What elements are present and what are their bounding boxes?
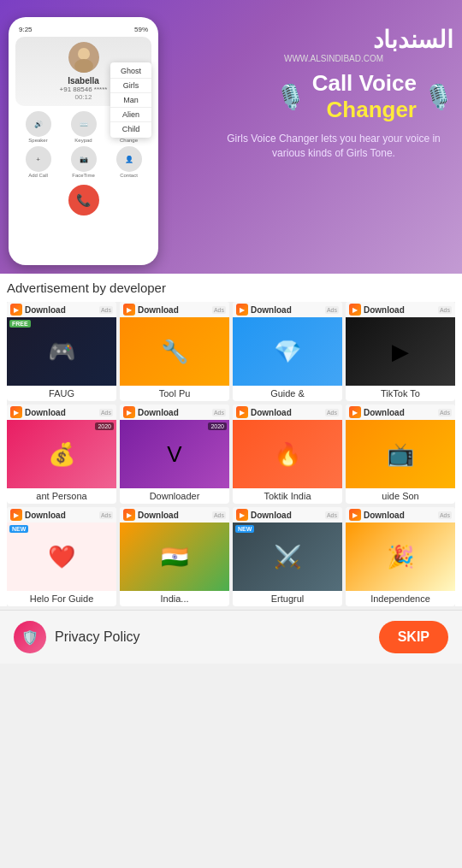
phone-signal: 59% xyxy=(134,26,148,33)
app-card-0[interactable]: ▶ Download Ads FREE 🎮 FAUG xyxy=(7,302,116,401)
app-image: 🔥 xyxy=(233,420,342,488)
hero-section: 9:25 59% Isabella +91 88546 ***** 00:12 … xyxy=(0,0,462,274)
app-title-text: Call Voice Changer xyxy=(312,70,417,123)
download-label: Download xyxy=(25,511,97,520)
app-card-11[interactable]: ▶ Download Ads 🎉 Independence xyxy=(346,507,455,606)
app-card-header: ▶ Download Ads xyxy=(120,507,229,523)
keypad-btn[interactable]: ⌨️ Keypad xyxy=(71,111,97,143)
app-title-area: 🎙️ Call Voice Changer 🎙️ xyxy=(214,70,453,123)
download-label: Download xyxy=(25,305,97,315)
app-card-header: ▶ Download Ads xyxy=(120,302,229,317)
phone-time: 9:25 xyxy=(19,26,33,33)
dropdown-girls[interactable]: Girls xyxy=(110,79,151,93)
playstore-icon: ▶ xyxy=(236,304,248,316)
footer: 🛡️ Privacy Policy SKIP xyxy=(0,610,462,664)
ads-badge: Ads xyxy=(325,409,339,416)
title-changer: Changer xyxy=(312,97,417,123)
ads-badge: Ads xyxy=(438,306,452,314)
dropdown-alien[interactable]: Alien xyxy=(110,108,151,122)
app-image: FREE 🎮 xyxy=(7,317,116,386)
app-card-header: ▶ Download Ads xyxy=(7,507,116,523)
advertisement-section: Advertisement by developer ▶ Download Ad… xyxy=(0,274,462,606)
app-image: 2020 💰 xyxy=(7,420,116,488)
app-icon: 💎 xyxy=(274,339,301,365)
app-image: 🎉 xyxy=(346,523,455,591)
app-icon: 🔥 xyxy=(274,441,301,468)
playstore-icon: ▶ xyxy=(349,406,361,418)
website-url: WWW.ALSINDIBAD.COM xyxy=(214,54,453,63)
contact-btn[interactable]: 👤 Contact xyxy=(116,146,142,178)
app-card-9[interactable]: ▶ Download Ads 🇮🇳 India... xyxy=(120,507,229,606)
playstore-icon: ▶ xyxy=(10,509,22,521)
app-card-6[interactable]: ▶ Download Ads 🔥 Toktik India xyxy=(233,404,342,504)
app-name: Tool Pu xyxy=(120,386,229,401)
speaker-btn[interactable]: 🔊 Speaker xyxy=(26,111,51,143)
app-icon: 📺 xyxy=(387,441,414,468)
voice-dropdown[interactable]: Ghost Girls Man Alien Child xyxy=(110,62,151,138)
app-icon: 🎉 xyxy=(387,544,414,570)
dropdown-ghost[interactable]: Ghost xyxy=(110,64,151,79)
app-image: 🇮🇳 xyxy=(120,523,229,591)
privacy-icon: 🛡️ xyxy=(14,621,46,653)
download-label: Download xyxy=(138,408,210,417)
app-card-7[interactable]: ▶ Download Ads 📺 uide Son xyxy=(346,404,455,504)
app-card-header: ▶ Download Ads xyxy=(7,404,116,420)
playstore-icon: ▶ xyxy=(123,304,135,316)
facetime-btn[interactable]: 📷 FaceTime xyxy=(71,146,97,178)
app-card-5[interactable]: ▶ Download Ads 2020 V Downloader xyxy=(120,404,229,504)
new-badge: NEW xyxy=(235,525,254,533)
app-card-10[interactable]: ▶ Download Ads NEW ⚔️ Ertugrul xyxy=(233,507,342,606)
app-card-3[interactable]: ▶ Download Ads ▶ TikTok To xyxy=(346,302,455,401)
app-name: Toktik India xyxy=(233,488,342,504)
app-card-2[interactable]: ▶ Download Ads 💎 Guide & xyxy=(233,302,342,401)
avatar xyxy=(68,42,99,73)
app-name: TikTok To xyxy=(346,386,455,401)
ads-badge: Ads xyxy=(212,409,226,416)
app-card-8[interactable]: ▶ Download Ads NEW ❤️ Helo For Guide xyxy=(7,507,116,606)
apps-grid: ▶ Download Ads FREE 🎮 FAUG ▶ Download Ad… xyxy=(7,302,455,606)
app-icon: 🇮🇳 xyxy=(161,544,188,570)
playstore-icon: ▶ xyxy=(123,509,135,521)
year-badge: 2020 xyxy=(208,422,227,430)
ads-badge: Ads xyxy=(99,306,113,314)
app-card-header: ▶ Download Ads xyxy=(233,302,342,317)
dropdown-child[interactable]: Child xyxy=(110,122,151,136)
app-name: Ertugrul xyxy=(233,591,342,606)
dropdown-man[interactable]: Man xyxy=(110,93,151,108)
svg-point-2 xyxy=(74,59,93,73)
ads-badge: Ads xyxy=(212,306,226,314)
ads-badge: Ads xyxy=(325,306,339,314)
year-badge: 2020 xyxy=(95,422,114,430)
app-card-header: ▶ Download Ads xyxy=(346,404,455,420)
app-image: NEW ⚔️ xyxy=(233,523,342,591)
phone-controls-2: + Add Call 📷 FaceTime 👤 Contact xyxy=(15,146,151,178)
playstore-icon: ▶ xyxy=(236,509,248,521)
skip-button[interactable]: SKIP xyxy=(379,621,448,653)
app-name: uide Son xyxy=(346,488,455,504)
app-image: NEW ❤️ xyxy=(7,523,116,591)
app-name: Helo For Guide xyxy=(7,591,116,606)
app-image: 💎 xyxy=(233,317,342,386)
playstore-icon: ▶ xyxy=(349,304,361,316)
app-card-4[interactable]: ▶ Download Ads 2020 💰 ant Persona xyxy=(7,404,116,504)
app-card-header: ▶ Download Ads xyxy=(346,507,455,523)
playstore-icon: ▶ xyxy=(123,406,135,418)
app-icon: V xyxy=(167,441,181,468)
app-card-1[interactable]: ▶ Download Ads 🔧 Tool Pu xyxy=(120,302,229,401)
playstore-icon: ▶ xyxy=(10,304,22,316)
download-label: Download xyxy=(25,408,97,417)
hero-content: السندباد WWW.ALSINDIBAD.COM 🎙️ Call Voic… xyxy=(214,26,453,161)
app-name: Downloader xyxy=(120,488,229,504)
new-badge: NEW xyxy=(9,525,28,533)
app-card-header: ▶ Download Ads xyxy=(233,404,342,420)
ads-badge: Ads xyxy=(99,511,113,519)
free-badge: FREE xyxy=(9,320,31,328)
end-call-btn[interactable]: 📞 xyxy=(68,185,99,216)
privacy-label[interactable]: Privacy Policy xyxy=(55,629,140,645)
app-icon: ❤️ xyxy=(48,544,75,570)
app-card-header: ▶ Download Ads xyxy=(233,507,342,523)
app-card-header: ▶ Download Ads xyxy=(346,302,455,317)
addcall-btn[interactable]: + Add Call xyxy=(26,146,51,178)
ads-badge: Ads xyxy=(438,511,452,519)
hero-subtitle: Girls Voice Changer lets you hear your v… xyxy=(214,132,453,161)
